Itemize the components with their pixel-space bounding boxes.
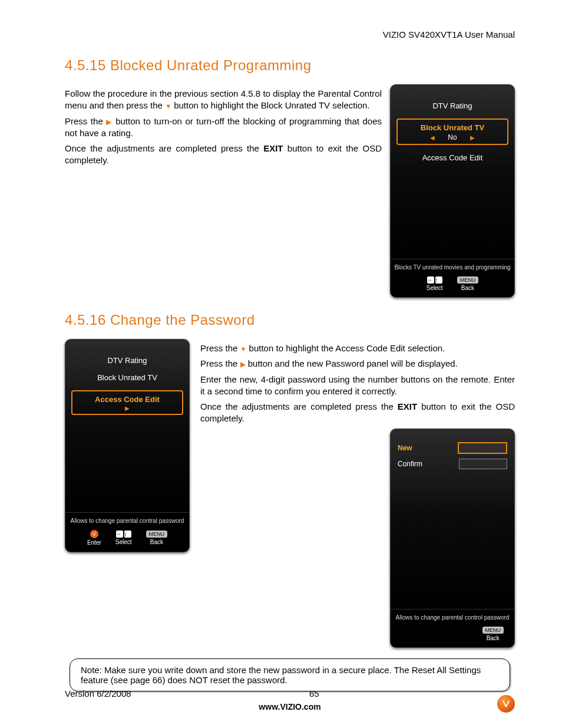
down-arrow-icon: ▼ [240, 345, 247, 353]
osd-value-no: No [448, 133, 457, 141]
osd-item-block-unrated[interactable]: Block Unrated TV [71, 373, 183, 382]
left-arrow-icon[interactable]: ◀ [430, 134, 435, 141]
paragraph: Press the ▶ button to turn-on or turn-of… [65, 116, 382, 140]
paragraph: Once the adjustments are completed press… [200, 401, 515, 425]
footer-url: www.VIZIO.com [65, 702, 515, 711]
right-arrow-icon: ▶ [240, 360, 246, 368]
password-new-row[interactable]: New [398, 442, 507, 454]
enter-icon: V [90, 530, 98, 538]
right-arrow-icon[interactable]: ▶ [125, 405, 130, 411]
osd-nav: V Enter ↔↕ Select MENU Back [65, 526, 189, 552]
version-text: Version 6/2/2008 [65, 689, 131, 699]
osd-item-access-code[interactable]: Access Code Edit [396, 153, 508, 162]
menu-pill-icon: MENU [146, 531, 168, 538]
osd-nav: MENU Back [391, 623, 514, 647]
paragraph: Press the ▶ button and the new Password … [200, 358, 515, 370]
osd-password-entry: New Confirm Allows to change parental co… [390, 429, 515, 648]
osd-item-access-code[interactable]: Access Code Edit ▶ [71, 390, 183, 415]
password-confirm-row[interactable]: Confirm [398, 459, 507, 469]
osd-access-code: DTV Rating Block Unrated TV Access Code … [65, 339, 190, 552]
osd-item-block-unrated[interactable]: Block Unrated TV ◀ No ▶ [396, 118, 508, 145]
osd-hint: Allows to change parental contral passwo… [65, 512, 189, 526]
osd-block-unrated: DTV Rating Block Unrated TV ◀ No ▶ Acces… [390, 84, 515, 298]
section-heading-blocked-unrated: 4.5.15 Blocked Unrated Programming [65, 57, 515, 74]
osd-nav: ↔↕ Select MENU Back [391, 273, 514, 297]
section-title-text: Blocked Unrated Programming [110, 57, 312, 73]
osd-item-dtv-rating[interactable]: DTV Rating [396, 101, 508, 110]
right-arrow-icon: ▶ [106, 118, 112, 126]
osd-hint: Blocks TV unrated movies and programming [391, 259, 514, 273]
select-arrows-icon: ↔↕ [116, 531, 131, 538]
vizio-logo-icon [497, 695, 515, 713]
password-new-field[interactable] [458, 442, 507, 454]
menu-pill-icon: MENU [457, 276, 479, 284]
page-footer: Version 6/2/2008 65 www.VIZIO.com [65, 689, 515, 711]
section-title-text: Change the Password [110, 312, 255, 328]
section-heading-change-password: 4.5.16 Change the Password [65, 312, 515, 328]
doc-title: VIZIO SV420XVT1A User Manual [65, 29, 515, 39]
osd-hint: Allows to change parental control passwo… [391, 609, 514, 623]
section-number: 4.5.15 [65, 57, 106, 73]
paragraph: Enter the new, 4-digit password using th… [200, 374, 515, 398]
select-arrows-icon: ↔↕ [427, 276, 442, 284]
password-confirm-field[interactable] [459, 459, 507, 469]
paragraph: Press the ▼ button to highlight the Acce… [200, 342, 515, 354]
section-number: 4.5.16 [65, 312, 106, 328]
right-arrow-icon[interactable]: ▶ [470, 134, 475, 141]
menu-pill-icon: MENU [482, 627, 504, 634]
note-box: Note: Make sure you write down and store… [70, 658, 510, 691]
paragraph: Once the adjustments are completed press… [65, 143, 382, 167]
paragraph: Follow the procedure in the previous sec… [65, 88, 382, 112]
page-number: 65 [309, 689, 319, 699]
osd-item-dtv-rating[interactable]: DTV Rating [71, 356, 183, 365]
down-arrow-icon: ▼ [165, 103, 171, 110]
